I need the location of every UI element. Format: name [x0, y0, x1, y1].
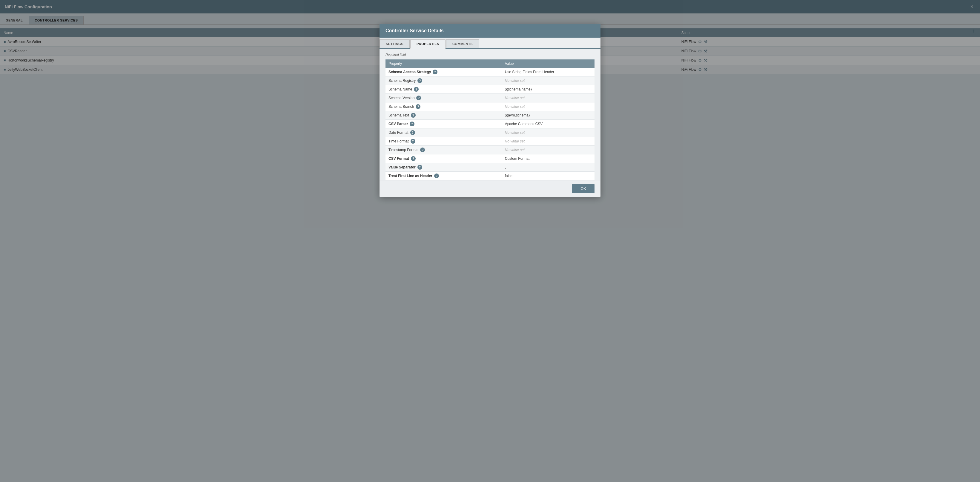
- value-col-header: Value: [502, 59, 595, 68]
- help-icon[interactable]: ?: [411, 113, 416, 118]
- prop-name-cell: CSV Parser ?: [385, 120, 502, 129]
- help-icon[interactable]: ?: [420, 148, 425, 152]
- help-icon[interactable]: ?: [411, 156, 416, 161]
- prop-row: Schema Branch ? No value set: [385, 102, 595, 111]
- modal-header: Controller Service Details: [380, 24, 600, 38]
- prop-value-cell[interactable]: No value set: [502, 137, 595, 146]
- help-icon[interactable]: ?: [416, 95, 421, 100]
- help-icon[interactable]: ?: [410, 139, 415, 144]
- prop-name-cell: Schema Version ?: [385, 94, 502, 102]
- prop-label: Timestamp Format: [388, 148, 418, 152]
- prop-name-cell: Timestamp Format ?: [385, 146, 502, 154]
- tab-comments[interactable]: COMMENTS: [446, 40, 479, 48]
- prop-name-cell: Schema Text ?: [385, 111, 502, 120]
- prop-name-cell: Schema Access Strategy ?: [385, 68, 502, 76]
- modal-body: Required field Property Value Schema Acc…: [380, 49, 600, 180]
- no-value-text: No value set: [505, 148, 525, 152]
- prop-name-cell: Value Separator ?: [385, 163, 502, 172]
- prop-value-cell[interactable]: ${avro.schema}: [502, 111, 595, 120]
- modal-title: Controller Service Details: [385, 28, 444, 33]
- prop-value-cell[interactable]: No value set: [502, 146, 595, 154]
- prop-value-cell[interactable]: No value set: [502, 94, 595, 102]
- prop-name-cell: Time Format ?: [385, 137, 502, 146]
- prop-row: Treat First Line as Header ? false: [385, 172, 595, 180]
- help-icon[interactable]: ?: [417, 78, 422, 83]
- no-value-text: No value set: [505, 139, 525, 143]
- prop-row: Time Format ? No value set: [385, 137, 595, 146]
- no-value-text: No value set: [505, 130, 525, 135]
- prop-value-cell[interactable]: No value set: [502, 76, 595, 85]
- prop-value-cell[interactable]: Use String Fields From Header: [502, 68, 595, 76]
- no-value-text: No value set: [505, 105, 525, 109]
- prop-value-cell[interactable]: No value set: [502, 129, 595, 137]
- prop-label: Schema Registry: [388, 78, 416, 83]
- prop-row: Timestamp Format ? No value set: [385, 146, 595, 154]
- prop-name-cell: Treat First Line as Header ?: [385, 172, 502, 180]
- modal-overlay: Controller Service Details SETTINGS PROP…: [0, 0, 980, 482]
- help-icon[interactable]: ?: [410, 121, 414, 126]
- prop-label: Schema Text: [388, 113, 409, 118]
- prop-value-cell[interactable]: No value set: [502, 102, 595, 111]
- prop-name-cell: Schema Registry ?: [385, 76, 502, 85]
- prop-value-cell[interactable]: ,: [502, 163, 595, 172]
- required-field-text: Required field: [385, 53, 595, 56]
- prop-row: CSV Format ? Custom Format: [385, 154, 595, 163]
- value-text: ${schema.name}: [505, 87, 532, 91]
- value-text: false: [505, 174, 512, 178]
- prop-label: Schema Access Strategy: [388, 70, 431, 74]
- prop-label: Time Format: [388, 139, 409, 143]
- prop-name-cell: Schema Name ?: [385, 85, 502, 94]
- prop-row: Schema Name ? ${schema.name}: [385, 85, 595, 94]
- prop-value-cell[interactable]: ${schema.name}: [502, 85, 595, 94]
- prop-label: Treat First Line as Header: [388, 174, 433, 178]
- prop-value-cell[interactable]: Apache Commons CSV: [502, 120, 595, 129]
- prop-label: Schema Name: [388, 87, 412, 91]
- help-icon[interactable]: ?: [434, 173, 439, 178]
- prop-row: Schema Access Strategy ? Use String Fiel…: [385, 68, 595, 76]
- prop-row: Schema Version ? No value set: [385, 94, 595, 102]
- prop-name-cell: CSV Format ?: [385, 154, 502, 163]
- prop-row: Date Format ? No value set: [385, 129, 595, 137]
- value-text: Use String Fields From Header: [505, 70, 554, 74]
- prop-label: CSV Format: [388, 156, 409, 161]
- value-text: Custom Format: [505, 156, 530, 161]
- prop-row: Schema Registry ? No value set: [385, 76, 595, 85]
- prop-row: Value Separator ? ,: [385, 163, 595, 172]
- prop-name-cell: Schema Branch ?: [385, 102, 502, 111]
- prop-label: Value Separator: [388, 165, 416, 169]
- modal-dialog: Controller Service Details SETTINGS PROP…: [380, 24, 600, 197]
- help-icon[interactable]: ?: [414, 87, 418, 92]
- no-value-text: No value set: [505, 78, 525, 83]
- prop-label: Schema Branch: [388, 105, 414, 109]
- prop-row: Schema Text ? ${avro.schema}: [385, 111, 595, 120]
- ok-button[interactable]: OK: [572, 184, 595, 193]
- prop-label: Schema Version: [388, 96, 414, 100]
- value-text: ${avro.schema}: [505, 113, 530, 118]
- prop-col-header: Property: [385, 59, 502, 68]
- help-icon[interactable]: ?: [417, 165, 422, 170]
- prop-name-cell: Date Format ?: [385, 129, 502, 137]
- prop-row: CSV Parser ? Apache Commons CSV: [385, 120, 595, 129]
- help-icon[interactable]: ?: [416, 104, 420, 109]
- tab-properties[interactable]: PROPERTIES: [410, 40, 445, 49]
- prop-label: CSV Parser: [388, 122, 408, 126]
- properties-table: Property Value Schema Access Strategy ? …: [385, 59, 595, 180]
- prop-label: Date Format: [388, 130, 409, 135]
- modal-tabs: SETTINGS PROPERTIES COMMENTS: [380, 38, 600, 49]
- value-text: ,: [505, 165, 506, 169]
- prop-value-cell[interactable]: false: [502, 172, 595, 180]
- help-icon[interactable]: ?: [410, 130, 415, 135]
- help-icon[interactable]: ?: [433, 70, 438, 74]
- no-value-text: No value set: [505, 96, 525, 100]
- value-text: Apache Commons CSV: [505, 122, 543, 126]
- tab-settings[interactable]: SETTINGS: [380, 40, 410, 48]
- prop-value-cell[interactable]: Custom Format: [502, 154, 595, 163]
- modal-footer: OK: [380, 180, 600, 197]
